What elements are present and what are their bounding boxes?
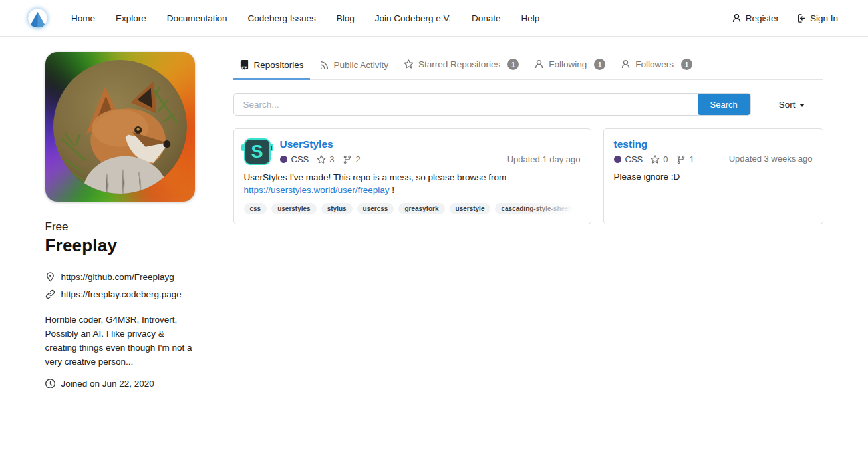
userstyles-world-link[interactable]: https://userstyles.world/user/freeplay: [244, 185, 390, 195]
repo-description: Please ignore :D: [614, 171, 813, 184]
profile-bio: Horrible coder, G4M3R, Introvert, Possib…: [45, 313, 197, 369]
tab-starred-repositories-label: Starred Repositories: [418, 59, 500, 69]
chevron-down-icon: [799, 104, 805, 107]
sign-in-link[interactable]: Sign In: [796, 13, 838, 23]
repo-search-bar: Search: [233, 93, 751, 116]
repo-description-suffix: !: [390, 185, 395, 195]
logo-knob: [241, 144, 245, 151]
search-input[interactable]: [234, 94, 698, 115]
topic-tag[interactable]: userstyle: [450, 203, 491, 214]
language-dot: [280, 156, 287, 163]
register-link[interactable]: Register: [732, 13, 779, 23]
following-count-badge: 1: [594, 59, 605, 70]
repo-link-testing[interactable]: testing: [614, 138, 703, 150]
profile-location-text: https://github.com/Freeplayg: [61, 272, 174, 282]
topic-tag[interactable]: cascading-style-sheets: [495, 203, 580, 214]
repo-language: CSS: [291, 154, 309, 164]
clock-icon: [45, 379, 55, 388]
top-navbar: Home Explore Documentation Codeberg Issu…: [0, 0, 868, 37]
repo-list: S UserStyles CSS 3 2: [233, 128, 823, 224]
rss-icon: [319, 60, 329, 70]
main-nav: Home Explore Documentation Codeberg Issu…: [71, 13, 539, 23]
profile-joined: Joined on Jun 22, 2020: [45, 379, 197, 388]
tab-public-activity[interactable]: Public Activity: [313, 53, 395, 80]
tab-public-activity-label: Public Activity: [334, 60, 389, 70]
nav-item-blog[interactable]: Blog: [337, 13, 355, 23]
star-count: 3: [329, 154, 334, 164]
sign-in-icon: [796, 13, 806, 23]
nav-item-codeberg-issues[interactable]: Codeberg Issues: [248, 13, 316, 23]
register-label: Register: [746, 13, 779, 23]
profile-location: https://github.com/Freeplayg: [45, 272, 197, 282]
tab-following[interactable]: Following 1: [528, 52, 611, 80]
profile-tabs: Repositories Public Activity Starred Rep…: [233, 52, 823, 80]
tab-starred-repositories[interactable]: Starred Repositories 1: [398, 52, 525, 80]
search-button[interactable]: Search: [698, 94, 750, 115]
star-icon: [317, 155, 326, 164]
topic-tag[interactable]: userstyles: [271, 203, 316, 214]
fork-icon: [343, 155, 352, 164]
link-icon: [45, 289, 55, 299]
person-icon: [534, 59, 544, 69]
sign-in-label: Sign In: [810, 13, 838, 23]
topic-tag[interactable]: usercss: [357, 203, 394, 214]
repo-card-userstyles: S UserStyles CSS 3 2: [233, 128, 591, 224]
repo-stats: CSS 0 1: [614, 154, 703, 164]
repo-icon: [239, 60, 249, 70]
repo-topics: css userstyles stylus usercss greasyfork…: [244, 196, 581, 214]
repo-language: CSS: [625, 154, 643, 164]
nav-item-help[interactable]: Help: [521, 13, 540, 23]
topic-tag[interactable]: greasyfork: [398, 203, 444, 214]
repo-updated: Updated 3 weeks ago: [729, 154, 813, 164]
tab-repositories-label: Repositories: [254, 60, 304, 70]
userstyles-repo-avatar: S: [244, 138, 271, 165]
tab-following-label: Following: [549, 59, 587, 69]
repo-description: UserStyles I've made! This repo is a mes…: [244, 172, 581, 196]
person-icon: [621, 59, 631, 69]
tab-followers[interactable]: Followers 1: [615, 52, 698, 80]
fox-avatar-image: [53, 60, 187, 194]
profile-website[interactable]: https://freeplay.codeberg.page: [45, 289, 197, 299]
profile-joined-text: Joined on Jun 22, 2020: [61, 379, 154, 388]
language-dot: [614, 156, 621, 163]
starred-count-badge: 1: [507, 59, 519, 70]
codeberg-mountain-icon: [27, 7, 49, 29]
person-icon: [732, 13, 742, 23]
repo-updated: Updated 1 day ago: [507, 154, 581, 165]
sort-label: Sort: [779, 100, 796, 110]
repo-description-text: UserStyles I've made! This repo is a mes…: [244, 172, 507, 182]
sort-dropdown[interactable]: Sort: [779, 100, 805, 110]
followers-count-badge: 1: [681, 59, 692, 70]
profile-sidebar: Free Freeplay https://github.com/Freepla…: [45, 52, 197, 388]
nav-item-explore[interactable]: Explore: [116, 13, 146, 23]
profile-display-name: Free: [45, 220, 197, 233]
profile-username: Freeplay: [45, 235, 197, 256]
tab-followers-label: Followers: [635, 59, 674, 69]
profile-website-text: https://freeplay.codeberg.page: [61, 289, 182, 299]
repo-card-testing: testing CSS 0 1 Updated 3 weeks ago Plea…: [603, 128, 823, 224]
tab-repositories[interactable]: Repositories: [233, 53, 310, 80]
nav-item-home[interactable]: Home: [71, 13, 95, 23]
fork-count: 2: [355, 154, 360, 164]
logo-knob: [270, 144, 273, 151]
repo-link-userstyles[interactable]: UserStyles: [280, 138, 369, 150]
profile-avatar: [45, 52, 195, 202]
topic-tag[interactable]: css: [244, 203, 267, 214]
star-count: 0: [663, 154, 668, 164]
codeberg-logo[interactable]: [27, 7, 49, 29]
location-pin-icon: [45, 272, 55, 282]
repo-stats: CSS 3 2: [280, 154, 369, 164]
star-icon: [404, 59, 414, 69]
nav-item-documentation[interactable]: Documentation: [167, 13, 227, 23]
topic-tag[interactable]: stylus: [321, 203, 353, 214]
userstyles-logo-letter: S: [251, 143, 263, 161]
fork-icon: [676, 155, 686, 164]
fork-count: 1: [689, 154, 694, 164]
star-icon: [651, 155, 660, 164]
nav-item-join-codeberg[interactable]: Join Codeberg e.V.: [375, 13, 451, 23]
nav-item-donate[interactable]: Donate: [472, 13, 501, 23]
